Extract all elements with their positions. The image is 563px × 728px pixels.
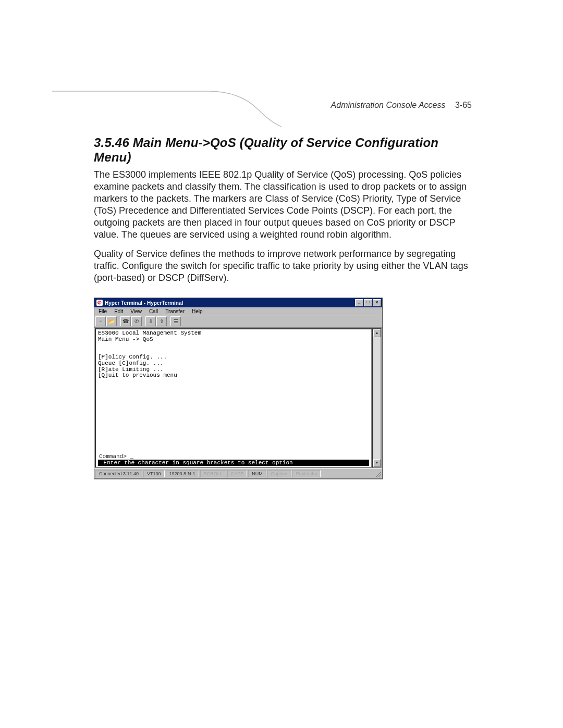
page-number: 3-65: [455, 101, 472, 109]
window-title: Hyper Terminal - HyperTerminal: [105, 300, 183, 306]
scroll-up-icon[interactable]: ▴: [373, 329, 381, 337]
menu-transfer[interactable]: Transfer: [162, 309, 188, 314]
status-connected: Connected 3:11:40: [95, 470, 142, 477]
status-line: 19200 8-N-1: [166, 470, 199, 477]
terminal-output: ES3000 Local Management System Main Menu…: [98, 330, 369, 378]
toolbar: ▫ 📂 ☎ ✆ ⇩ ⇧ ☰: [94, 315, 382, 328]
status-emulation: VT100: [143, 470, 165, 477]
toolbar-receive-icon[interactable]: ⇧: [156, 316, 167, 326]
menu-edit[interactable]: Edit: [111, 309, 126, 314]
close-button[interactable]: ×: [373, 299, 381, 306]
status-capture: Capture: [267, 470, 291, 477]
toolbar-send-icon[interactable]: ⇩: [145, 316, 156, 326]
toolbar-call-icon[interactable]: ☎: [120, 316, 131, 326]
menu-view[interactable]: View: [127, 309, 145, 314]
menu-help[interactable]: Help: [189, 309, 206, 314]
terminal-banner: Enter the character in square brackets t…: [98, 460, 369, 466]
maximize-button[interactable]: □: [364, 299, 372, 306]
status-num: NUM: [248, 470, 266, 477]
header-curve: [52, 76, 282, 128]
statusbar: Connected 3:11:40 VT100 19200 8-N-1 SCRO…: [94, 468, 382, 478]
minimize-button[interactable]: _: [355, 299, 363, 306]
scroll-track[interactable]: [373, 337, 381, 459]
breadcrumb: Administration Console Access: [331, 101, 446, 109]
section-heading: 3.5.46 Main Menu->QoS (Quality of Servic…: [94, 135, 469, 165]
page-header: Administration Console Access 3-65: [331, 101, 472, 110]
section-paragraph-1: The ES3000 implements IEEE 802.1p Qualit…: [94, 169, 469, 241]
terminal-area[interactable]: ES3000 Local Management System Main Menu…: [95, 328, 372, 468]
menu-call[interactable]: Call: [146, 309, 161, 314]
terminal-prompt[interactable]: Command> _: [99, 453, 133, 460]
menu-file[interactable]: File: [95, 309, 110, 314]
resize-grip-icon[interactable]: [374, 470, 381, 477]
status-scroll: SCROLL: [200, 470, 226, 477]
hyperterminal-window: ✆ Hyper Terminal - HyperTerminal _ □ × F…: [94, 298, 383, 479]
menubar: File Edit View Call Transfer Help: [94, 307, 382, 315]
titlebar: ✆ Hyper Terminal - HyperTerminal _ □ ×: [94, 298, 382, 307]
toolbar-props-icon[interactable]: ☰: [170, 316, 181, 326]
status-echo: Print echo: [292, 470, 321, 477]
section-paragraph-2: Quality of Service defines the methods t…: [94, 248, 469, 284]
scroll-down-icon[interactable]: ▾: [373, 459, 381, 467]
scrollbar[interactable]: ▴ ▾: [372, 328, 382, 468]
status-caps: CAPS: [227, 470, 248, 477]
toolbar-open-icon[interactable]: 📂: [106, 316, 117, 326]
app-icon: ✆: [96, 300, 103, 306]
toolbar-hangup-icon[interactable]: ✆: [131, 316, 142, 326]
toolbar-new-icon[interactable]: ▫: [95, 316, 106, 326]
